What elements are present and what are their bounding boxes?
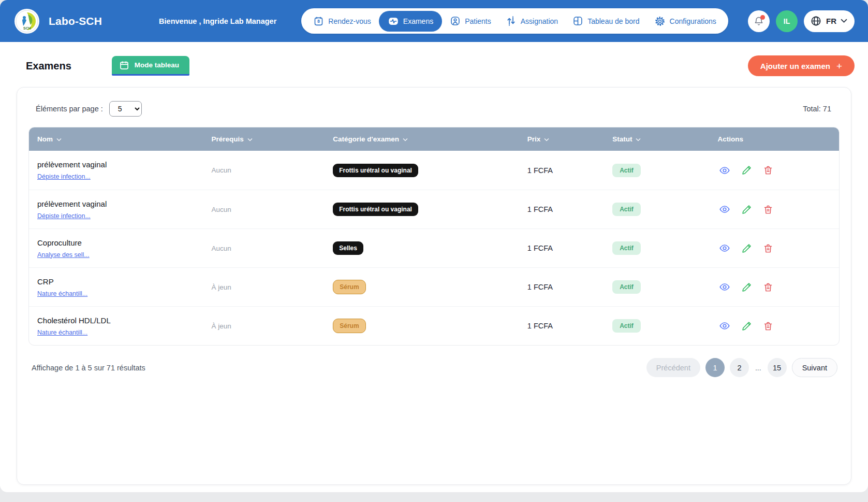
notifications-button[interactable] [748,10,770,32]
price: 1 FCFA [519,244,604,252]
column-label: Prix [527,135,541,143]
table-mode-button[interactable]: Mode tableau [112,56,189,76]
price: 1 FCFA [519,205,604,213]
exams-card: Éléments par page : 5 Total: 71 Nom Prér… [17,87,851,485]
nav-label: Examens [403,17,433,25]
column-header-statut[interactable]: Statut [604,135,709,143]
next-page-button[interactable]: Suivant [792,358,837,377]
nav-item-patients[interactable]: Patients [443,11,498,31]
pencil-icon [741,321,752,332]
chevron-down-icon [841,19,847,23]
column-label: Actions [718,135,744,143]
svg-text:SCH: SCH [23,26,31,30]
swap-arrows-icon [506,16,517,26]
delete-button[interactable] [762,164,774,177]
exam-description-link[interactable]: Nature échantill... [37,290,87,297]
logo-graphic: SCH [16,10,38,33]
nav-item-assignation[interactable]: Assignation [499,11,565,31]
delete-button[interactable] [762,203,774,216]
table-header-row: Nom Prérequis Catégorie d'examen Prix St… [29,127,839,151]
nav-label: Configurations [670,17,716,25]
add-exam-button[interactable]: Ajouter un examen + [748,55,855,76]
category-cell: Sérum [325,319,519,333]
per-page-select[interactable]: 5 [109,101,142,117]
pagination: Précédent 1 2 ... 15 Suivant [646,358,837,377]
view-button[interactable] [718,203,731,216]
previous-page-button[interactable]: Précédent [646,358,700,377]
nav-label: Patients [465,17,491,25]
trash-icon [763,165,773,176]
exam-description-link[interactable]: Analyse des sell... [37,251,90,259]
table-row: CRP Nature échantill... À jeun Sérum 1 F… [29,267,839,306]
gear-icon [654,16,666,27]
edit-button[interactable] [740,281,753,294]
exam-name: Coproculture [37,238,203,247]
column-header-nom[interactable]: Nom [29,135,203,143]
delete-button[interactable] [762,320,774,333]
pagination-ellipsis: ... [754,364,762,372]
calendar-badge-icon: 8 [313,16,324,26]
category-cell: Sérum [325,280,519,294]
patient-icon [450,16,461,26]
edit-button[interactable] [740,242,753,255]
view-button[interactable] [718,164,731,177]
prerequisite: Aucun [203,245,325,252]
trash-icon [763,204,773,215]
status-badge: Actif [612,241,641,255]
delete-button[interactable] [762,281,774,294]
exam-name: CRP [37,277,203,286]
activity-icon [388,16,399,27]
globe-icon [810,15,822,27]
per-page-label: Éléments par page : [36,105,103,113]
plus-icon: + [836,61,842,71]
column-header-categorie[interactable]: Catégorie d'examen [325,135,519,143]
column-header-prix[interactable]: Prix [519,135,604,143]
column-header-prerequis[interactable]: Prérequis [203,135,325,143]
exam-description-link[interactable]: Dépiste infection... [37,173,91,180]
price: 1 FCFA [519,283,604,291]
user-avatar[interactable]: IL [776,10,798,32]
eye-icon [719,320,730,332]
exam-description-link[interactable]: Dépiste infection... [37,212,91,220]
dashboard-grid-icon [572,16,583,26]
page-button-1[interactable]: 1 [705,358,725,377]
nav-item-rendez-vous[interactable]: 8 Rendez-vous [306,11,378,31]
category-cell: Frottis urétral ou vaginal [325,203,519,216]
status-badge: Actif [612,319,641,333]
view-button[interactable] [718,280,731,294]
exam-name: prélèvement vaginal [37,160,203,169]
view-button[interactable] [718,241,731,255]
edit-button[interactable] [740,203,753,216]
category-badge: Frottis urétral ou vaginal [333,203,418,216]
sort-chevron-icon [544,138,549,141]
eye-icon [719,281,730,293]
status-cell: Actif [604,319,709,333]
language-selector[interactable]: FR [804,10,855,32]
edit-button[interactable] [740,320,753,333]
page-title: Examens [26,60,71,72]
nav-item-examens[interactable]: Examens [379,11,442,32]
nav-item-configurations[interactable]: Configurations [648,11,723,32]
sort-chevron-icon [403,138,408,141]
nav-label: Assignation [521,17,558,25]
exam-name-cell: Coproculture Analyse des sell... [29,238,203,259]
view-button[interactable] [718,319,731,333]
status-badge: Actif [612,164,641,177]
page-button-2[interactable]: 2 [730,358,749,377]
table-controls-row: Éléments par page : 5 Total: 71 [28,101,840,117]
exam-description-link[interactable]: Nature échantill... [37,329,87,336]
notification-dot [760,15,765,20]
table-row: prélèvement vaginal Dépiste infection...… [29,190,839,228]
edit-button[interactable] [740,164,753,177]
status-cell: Actif [604,164,709,177]
column-label: Nom [37,135,53,143]
trash-icon [763,243,773,254]
delete-button[interactable] [762,242,774,255]
nav-item-tableau-de-bord[interactable]: Tableau de bord [566,11,646,31]
table-row: prélèvement vaginal Dépiste infection...… [29,151,839,190]
results-summary: Affichage de 1 à 5 sur 71 résultats [32,364,145,372]
page-button-15[interactable]: 15 [768,358,787,377]
table-mode-label: Mode tableau [135,61,179,69]
welcome-message: Bienvenue , Ingride Lab Manager [159,17,276,25]
nav-label: Tableau de bord [587,17,639,25]
